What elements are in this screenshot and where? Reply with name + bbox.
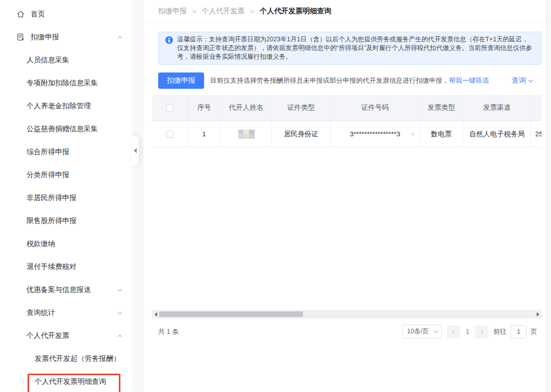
goto-page-group: 前往 页	[493, 325, 537, 338]
breadcrumb-item[interactable]: 扣缴申报	[158, 7, 187, 16]
sidebar-menu: 首页 扣缴申报 人员信息采集 专项附加扣除信息采集 个人养老金扣除管理 公益慈善…	[0, 0, 132, 392]
sidebar-item-restricted-stock[interactable]: 限售股所得申报	[0, 209, 132, 232]
sidebar-item-personal-invoice[interactable]: 个人代开发票	[0, 324, 132, 347]
row-seq-cell: 1	[188, 121, 221, 147]
row-checkbox[interactable]	[166, 131, 173, 138]
toolbar-hint-text: 目前仅支持选择劳务报酬所得且未申报或部分申报的代开发票信息进行扣缴申报，	[210, 76, 449, 85]
sidebar-item-invoice-detail-query[interactable]: 个人代开发票明细查询	[0, 370, 132, 392]
scrollbar-thumb[interactable]	[159, 311, 303, 317]
chevron-down-icon	[118, 286, 121, 294]
sidebar-item-label: 个人养老金扣除管理	[27, 102, 91, 111]
sidebar: 首页 扣缴申报 人员信息采集 专项附加扣除信息采集 个人养老金扣除管理 公益慈善…	[0, 0, 132, 392]
sidebar-item-home[interactable]: 首页	[0, 3, 132, 26]
sidebar-item-label: 个人代开发票	[27, 331, 69, 340]
scroll-right-arrow-icon[interactable]	[537, 312, 539, 316]
chevron-down-icon	[118, 309, 121, 317]
withholding-declare-button[interactable]: 扣缴申报	[158, 72, 204, 89]
table-scroll-viewport: 序号 代开人姓名 证件类型 证件号码 发票类型 发票渠道 1	[152, 95, 542, 310]
table-header-id-number: 证件号码	[331, 95, 420, 120]
row-id-number-cell: 3****************3	[331, 121, 420, 147]
table-empty-area	[152, 148, 542, 310]
page-size-value: 10条/页	[407, 327, 429, 336]
prev-page-button[interactable]	[447, 325, 460, 338]
sidebar-item-label: 税款缴纳	[27, 239, 55, 249]
sidebar-item-comprehensive-income[interactable]: 综合所得申报	[0, 140, 132, 163]
sidebar-item-label: 限售股所得申报	[27, 216, 77, 226]
horizontal-scrollbar[interactable]	[152, 310, 542, 318]
toolbar: 扣缴申报 目前仅支持选择劳务报酬所得且未申报或部分申报的代开发票信息进行扣缴申报…	[158, 72, 542, 89]
sidebar-item-label: 个人代开发票明细查询	[35, 377, 106, 386]
sidebar-item-label: 扣缴申报	[31, 33, 59, 42]
page-size-select[interactable]: 10条/页	[402, 325, 442, 338]
sidebar-item-withholding-declaration[interactable]: 扣缴申报	[0, 26, 132, 48]
sidebar-item-label: 优惠备案与信息报送	[27, 285, 91, 295]
table-header-clipped	[531, 95, 542, 120]
chevron-right-icon	[479, 329, 483, 333]
sidebar-collapse-handle[interactable]	[131, 136, 139, 165]
sidebar-item-label: 发票代开发起（劳务报酬）	[35, 354, 120, 363]
info-icon	[165, 36, 173, 44]
chevron-up-icon	[118, 33, 121, 41]
goto-page-input[interactable]	[511, 325, 527, 338]
scroll-left-arrow-icon[interactable]	[155, 312, 157, 316]
sidebar-item-charity-donation[interactable]: 公益慈善捐赠信息采集	[0, 117, 132, 140]
sidebar-item-preferential-filing[interactable]: 优惠备案与信息报送	[0, 278, 132, 301]
sidebar-item-label: 查询统计	[27, 308, 55, 317]
table-header-invoice-channel: 发票渠道	[463, 95, 531, 120]
page-unit-label: 页	[531, 327, 537, 336]
breadcrumb-item[interactable]: 个人代开发票	[202, 7, 245, 16]
row-name-cell	[221, 121, 272, 147]
collapse-arrow-left-icon	[134, 148, 137, 153]
chevron-up-icon	[118, 332, 121, 340]
sidebar-item-label: 专项附加扣除信息采集	[27, 79, 98, 88]
declaration-doc-icon	[16, 33, 25, 41]
sidebar-item-refund-fee-check[interactable]: 退付手续费核对	[0, 255, 132, 278]
page-scrollbar-track[interactable]	[545, 0, 551, 392]
table-header-invoice-type: 发票类型	[420, 95, 463, 120]
row-id-type-cell: 居民身份证	[272, 121, 331, 147]
table-row: 1 居民身份证 3****************3 数电票 自然人电子税务局 …	[152, 121, 542, 148]
query-toggle[interactable]: 查询	[512, 76, 532, 85]
sidebar-item-classified-income[interactable]: 分类所得申报	[0, 163, 132, 186]
select-all-checkbox[interactable]	[166, 104, 173, 111]
chevron-down-icon[interactable]	[411, 130, 414, 138]
home-icon	[16, 10, 25, 18]
tip-banner-text: 温馨提示：支持查询开票日期为2023年1月1日（含）以后个人为您提供劳务或服务产…	[177, 35, 534, 61]
main-content: 扣缴申报 > 个人代开发票 > 个人代开发票明细查询 温馨提示：支持查询开票日期…	[143, 0, 545, 392]
sidebar-item-label: 公益慈善捐赠信息采集	[27, 125, 98, 134]
table-header-select	[152, 95, 188, 120]
sidebar-item-label: 分类所得申报	[27, 170, 69, 180]
sidebar-item-label: 非居民所得申报	[27, 193, 77, 203]
table-header-id-type: 证件类型	[272, 95, 331, 120]
breadcrumb: 扣缴申报 > 个人代开发票 > 个人代开发票明细查询	[143, 0, 545, 23]
total-count-text: 共 1 条	[158, 327, 179, 336]
sidebar-item-tax-payment[interactable]: 税款缴纳	[0, 232, 132, 255]
row-select-cell	[152, 121, 188, 147]
sidebar-item-query-statistics[interactable]: 查询统计	[0, 301, 132, 324]
chevron-down-icon	[434, 329, 438, 333]
sidebar-item-invoice-issue-labor[interactable]: 发票代开发起（劳务报酬）	[0, 347, 132, 370]
sidebar-item-personnel-info[interactable]: 人员信息采集	[0, 48, 132, 71]
sidebar-item-label: 人员信息采集	[27, 56, 69, 65]
query-label: 查询	[512, 76, 526, 85]
table-header-row: 序号 代开人姓名 证件类型 证件号码 发票类型 发票渠道	[152, 95, 542, 121]
sidebar-item-nonresident-income[interactable]: 非居民所得申报	[0, 186, 132, 209]
current-page-number[interactable]: 1	[465, 328, 470, 335]
row-clipped-cell: 25	[531, 121, 542, 147]
tip-banner: 温馨提示：支持查询开票日期为2023年1月1日（含）以后个人为您提供劳务或服务产…	[158, 32, 542, 65]
goto-label: 前往	[493, 327, 507, 336]
table-footer: 共 1 条 10条/页 1 前往 页	[158, 325, 542, 338]
row-invoice-channel-cell: 自然人电子税务局	[463, 121, 531, 147]
table-header-seq: 序号	[188, 95, 221, 120]
sidebar-item-special-deduction[interactable]: 专项附加扣除信息采集	[0, 71, 132, 94]
one-click-filter-link[interactable]: 帮我一键筛选	[449, 76, 489, 85]
sidebar-item-label: 综合所得申报	[27, 148, 69, 157]
breadcrumb-separator: >	[251, 8, 255, 15]
masked-id-number: 3****************3	[349, 130, 400, 138]
sidebar-item-label: 首页	[31, 10, 45, 19]
next-page-button[interactable]	[475, 325, 488, 338]
redacted-name-mosaic	[238, 130, 255, 139]
sidebar-item-label: 退付手续费核对	[27, 262, 77, 272]
sidebar-item-pension-deduction[interactable]: 个人养老金扣除管理	[0, 94, 132, 117]
sidebar-content-gap	[132, 0, 143, 392]
